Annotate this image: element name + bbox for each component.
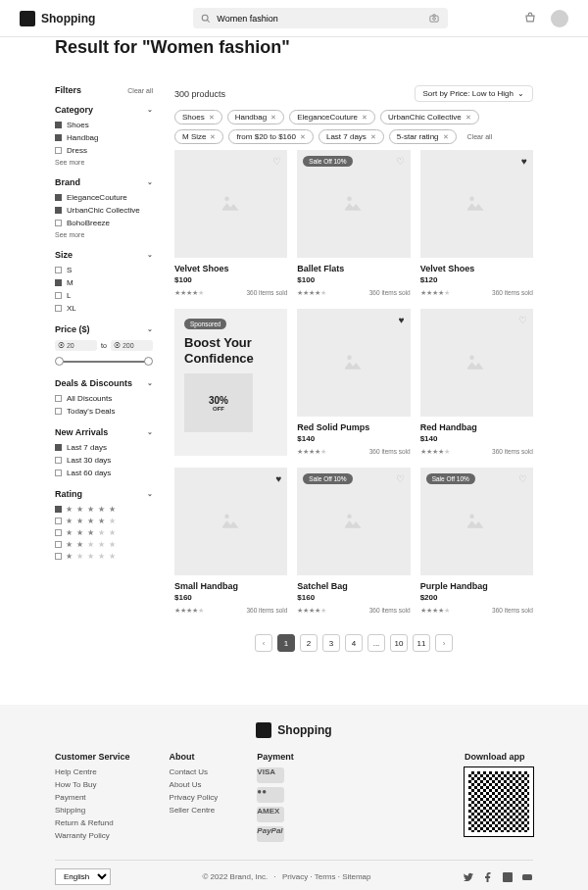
twitter-icon[interactable] (463, 871, 474, 883)
category-seemore[interactable]: See more (55, 159, 153, 166)
filter-option[interactable]: Last 60 days (55, 469, 153, 477)
language-select[interactable]: English (55, 868, 111, 885)
footer-link[interactable]: Return & Refund (55, 818, 130, 827)
close-icon[interactable]: ✕ (209, 114, 215, 122)
product-card[interactable]: ♥ Small Handbag $160 ★★★★★360 items sold (174, 468, 287, 615)
page-number[interactable]: 1 (277, 634, 295, 652)
chips-clear-all[interactable]: Clear all (467, 133, 493, 140)
promo-card[interactable]: SponsoredBoost Your Confidence30%OFF (174, 309, 287, 456)
price-min-input[interactable]: ⦿ 20 (55, 340, 97, 351)
filter-chip[interactable]: UrbanChic Collective✕ (380, 110, 479, 124)
filter-option[interactable]: Today's Deals (55, 407, 153, 416)
filter-chip[interactable]: M Size✕ (174, 129, 223, 144)
price-toggle[interactable]: Price ($)⌄ (55, 324, 153, 334)
filter-chip[interactable]: EleganceCouture✕ (289, 110, 375, 124)
filter-chip[interactable]: Shoes✕ (174, 110, 222, 124)
footer-link[interactable]: Terms (315, 872, 336, 881)
filter-option[interactable]: XL (55, 304, 153, 313)
footer-link[interactable]: Warranty Policy (55, 831, 130, 840)
avatar[interactable] (551, 10, 568, 27)
page-prev[interactable]: ‹ (255, 634, 272, 652)
page-number[interactable]: 2 (300, 634, 318, 652)
filter-option[interactable]: L (55, 291, 153, 300)
footer-link[interactable]: Sitemap (342, 872, 370, 881)
filter-option[interactable]: All Discounts (55, 394, 153, 403)
product-card[interactable]: ♡ Velvet Shoes $100 ★★★★★360 items sold (174, 150, 287, 297)
filter-option[interactable]: UrbanChic Collective (55, 206, 153, 215)
favorite-icon[interactable]: ♡ (272, 156, 281, 167)
filter-option[interactable]: Last 30 days (55, 456, 153, 465)
product-card[interactable]: Sale Off 10%♡ Satchel Bag $160 ★★★★★360 … (297, 468, 410, 615)
product-card[interactable]: ♥ Velvet Shoes $120 ★★★★★360 items sold (420, 150, 533, 297)
brand-toggle[interactable]: Brand⌄ (55, 177, 153, 187)
product-card[interactable]: Sale Off 10%♡ Purple Handbag $200 ★★★★★3… (420, 468, 533, 615)
filter-option[interactable]: Handbag (55, 133, 153, 142)
page-next[interactable]: › (435, 634, 453, 652)
page-number[interactable]: 3 (322, 634, 340, 652)
size-toggle[interactable]: Size⌄ (55, 250, 153, 260)
footer-link[interactable]: Privacy Policy (170, 793, 219, 802)
filter-chip[interactable]: 5-star rating✕ (389, 129, 457, 144)
brand-seemore[interactable]: See more (55, 231, 153, 238)
close-icon[interactable]: ✕ (210, 133, 216, 141)
close-icon[interactable]: ✕ (443, 133, 449, 141)
cart-icon[interactable] (523, 12, 537, 25)
rating-option[interactable]: ★★★★★ (55, 517, 153, 525)
filter-option[interactable]: BohoBreeze (55, 219, 153, 227)
price-slider[interactable] (55, 357, 153, 367)
footer-link[interactable]: How To Buy (55, 780, 130, 789)
close-icon[interactable]: ✕ (300, 133, 306, 141)
sort-select[interactable]: Sort by Price: Low to High⌄ (415, 85, 533, 102)
page-number[interactable]: 10 (390, 634, 408, 652)
favorite-icon[interactable]: ♡ (518, 473, 527, 484)
rating-option[interactable]: ★★★★★ (55, 505, 153, 514)
search-bar[interactable] (193, 8, 448, 28)
filter-chip[interactable]: Last 7 days✕ (318, 129, 384, 144)
product-card[interactable]: ♡ Red Handbag $140 ★★★★★360 items sold (420, 309, 533, 456)
product-card[interactable]: Sale Off 10%♡ Ballet Flats $100 ★★★★★360… (297, 150, 410, 297)
search-input[interactable] (217, 14, 422, 24)
footer-link[interactable]: About Us (170, 780, 219, 789)
page-number[interactable]: 11 (413, 634, 430, 652)
clear-all-filters[interactable]: Clear all (127, 87, 153, 94)
price-max-input[interactable]: ⦿ 200 (111, 340, 153, 351)
page-number[interactable]: 4 (345, 634, 363, 652)
rating-toggle[interactable]: Rating⌄ (55, 489, 153, 499)
logo[interactable]: Shopping (20, 11, 95, 26)
footer-link[interactable]: Shipping (55, 806, 130, 815)
favorite-icon[interactable]: ♡ (518, 315, 527, 325)
favorite-icon[interactable]: ♥ (521, 156, 527, 167)
footer-link[interactable]: Contact Us (170, 767, 219, 776)
favorite-icon[interactable]: ♥ (399, 315, 405, 325)
close-icon[interactable]: ✕ (270, 114, 276, 122)
filter-chip[interactable]: Handbag✕ (227, 110, 284, 124)
rating-option[interactable]: ★★★★★ (55, 540, 153, 549)
filter-option[interactable]: Last 7 days (55, 443, 153, 452)
product-card[interactable]: ♥ Red Solid Pumps $140 ★★★★★360 items so… (297, 309, 410, 456)
favorite-icon[interactable]: ♡ (396, 156, 405, 167)
close-icon[interactable]: ✕ (466, 114, 471, 122)
filter-chip[interactable]: from $20 to $160✕ (228, 129, 313, 144)
category-toggle[interactable]: Category⌄ (55, 105, 153, 115)
rating-option[interactable]: ★★★★★ (55, 552, 153, 561)
footer-link[interactable]: Privacy (282, 872, 308, 881)
filter-option[interactable]: EleganceCouture (55, 193, 153, 202)
favorite-icon[interactable]: ♥ (275, 473, 281, 484)
favorite-icon[interactable]: ♡ (396, 473, 405, 484)
footer-link[interactable]: Seller Centre (170, 806, 219, 815)
deals-toggle[interactable]: Deals & Discounts⌄ (55, 378, 153, 388)
close-icon[interactable]: ✕ (362, 114, 368, 122)
filter-option[interactable]: Shoes (55, 121, 153, 129)
arrivals-toggle[interactable]: New Arrivals⌄ (55, 427, 153, 437)
youtube-icon[interactable] (521, 871, 533, 883)
filter-option[interactable]: Dress (55, 146, 153, 155)
close-icon[interactable]: ✕ (370, 133, 376, 141)
footer-link[interactable]: Payment (55, 793, 130, 802)
camera-icon[interactable] (428, 13, 440, 24)
filter-option[interactable]: S (55, 266, 153, 274)
footer-link[interactable]: Help Centre (55, 767, 130, 776)
facebook-icon[interactable] (482, 871, 494, 883)
page-number[interactable]: ... (368, 634, 385, 652)
filter-option[interactable]: M (55, 278, 153, 287)
rating-option[interactable]: ★★★★★ (55, 528, 153, 537)
